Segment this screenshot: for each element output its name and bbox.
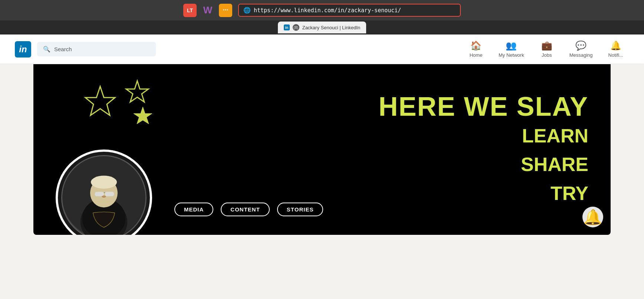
linkedin-nav: in 🔍 Search 🏠 Home 👥 My Network 💼 Jobs 💬…	[0, 34, 644, 64]
tab-notification-count: (8)	[293, 24, 299, 31]
banner-pills: MEDIA CONTENT STORIES	[174, 203, 323, 216]
url-text: https://www.linkedin.com/in/zackary-seno…	[254, 7, 401, 14]
search-input-placeholder: Search	[54, 46, 72, 52]
address-bar[interactable]: 🌐 https://www.linkedin.com/in/zackary-se…	[238, 4, 461, 17]
address-bar-wrapper: 🌐 https://www.linkedin.com/in/zackary-se…	[238, 4, 461, 17]
nav-network-label: My Network	[499, 52, 524, 58]
bell-container: 🔔	[582, 207, 603, 227]
jobs-icon: 💼	[541, 40, 552, 51]
star-outline-big	[85, 86, 115, 115]
search-bar[interactable]: 🔍 Search	[37, 42, 156, 56]
profile-avatar-outer	[56, 150, 152, 235]
tab-title: Zackary Senouci | LinkedIn	[302, 25, 361, 30]
pill-media[interactable]: MEDIA	[174, 203, 213, 216]
home-icon: 🏠	[470, 40, 482, 51]
globe-icon: 🌐	[243, 7, 251, 14]
more-extensions[interactable]: ···	[219, 4, 232, 17]
profile-photo-container	[56, 150, 152, 235]
linkedin-logo[interactable]: in	[15, 41, 31, 58]
banner-left: MEDIA CONTENT STORIES	[33, 64, 219, 235]
nav-jobs[interactable]: 💼 Jobs	[534, 37, 560, 61]
search-icon: 🔍	[43, 46, 50, 53]
banner-tagline-2: SHARE	[521, 152, 588, 177]
active-tab[interactable]: in (8) Zackary Senouci | LinkedIn	[278, 22, 367, 33]
nav-home[interactable]: 🏠 Home	[463, 37, 489, 61]
tab-bar: in (8) Zackary Senouci | LinkedIn	[0, 20, 644, 34]
banner-tagline-3: TRY	[551, 181, 588, 206]
svg-rect-7	[105, 192, 114, 196]
pill-content[interactable]: CONTENT	[221, 203, 270, 216]
notifications-icon: 🔔	[610, 40, 621, 51]
banner-headline: HERE WE SLAY	[379, 93, 588, 120]
nav-home-label: Home	[470, 52, 483, 58]
star-decoration	[78, 79, 160, 155]
star-outline-med	[126, 81, 148, 102]
profile-avatar-inner	[61, 155, 147, 235]
bell-icon[interactable]: 🔔	[582, 207, 603, 227]
nav-notifications-label: Notifi...	[608, 52, 623, 58]
svg-rect-6	[95, 192, 104, 196]
svg-point-9	[102, 196, 106, 198]
banner-tagline-1: LEARN	[522, 124, 588, 149]
nav-notifications[interactable]: 🔔 Notifi...	[602, 37, 629, 61]
tab-favicon: in	[284, 24, 290, 30]
browser-extensions: LT W ···	[183, 4, 232, 17]
pill-stories[interactable]: STORIES	[277, 203, 323, 216]
browser-chrome: LT W ··· 🌐 https://www.linkedin.com/in/z…	[0, 0, 644, 20]
wordtune-extension[interactable]: W	[201, 4, 214, 17]
network-icon: 👥	[506, 40, 517, 51]
profile-area: MEDIA CONTENT STORIES HERE WE SLAY LEARN…	[0, 64, 644, 235]
stars-svg	[78, 79, 160, 153]
nav-jobs-label: Jobs	[542, 52, 552, 58]
nav-messaging-label: Messaging	[569, 52, 593, 58]
languagetool-extension[interactable]: LT	[183, 4, 197, 17]
nav-my-network[interactable]: 👥 My Network	[493, 37, 530, 61]
avatar-svg	[62, 155, 145, 235]
star-filled-small	[134, 107, 152, 124]
nav-items: 🏠 Home 👥 My Network 💼 Jobs 💬 Messaging 🔔…	[463, 37, 629, 61]
svg-point-5	[91, 176, 117, 189]
messaging-icon: 💬	[575, 40, 586, 51]
profile-banner: MEDIA CONTENT STORIES HERE WE SLAY LEARN…	[33, 64, 611, 235]
nav-messaging[interactable]: 💬 Messaging	[564, 37, 599, 61]
